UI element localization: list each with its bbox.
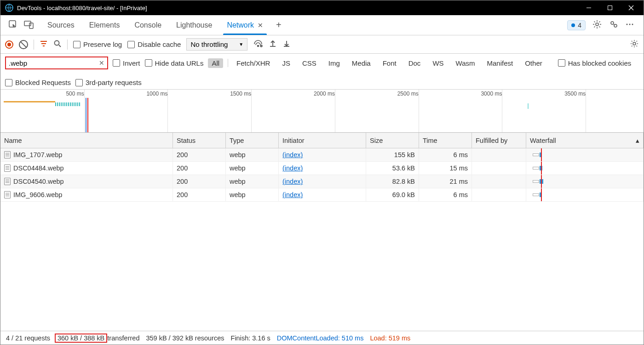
status-bar: 4 / 21 requests 360 kB / 388 kB transfer… <box>0 331 644 345</box>
request-table: IMG_1707.webp 200 webp (index) 155 kB 6 … <box>0 148 644 331</box>
export-icon[interactable] <box>269 40 277 50</box>
col-fulfilled[interactable]: Fulfilled by <box>472 133 526 148</box>
hide-data-urls-checkbox[interactable]: Hide data URLs <box>145 59 204 67</box>
filter-text-field[interactable] <box>9 59 96 67</box>
invert-checkbox[interactable]: Invert <box>113 59 140 67</box>
clear-filter-icon[interactable]: ✕ <box>99 59 104 67</box>
initiator-link[interactable]: (index) <box>282 178 303 185</box>
svg-line-18 <box>59 45 61 47</box>
app-icon <box>5 4 13 12</box>
main-tabbar: Sources Elements Console Lighthouse Netw… <box>0 15 644 35</box>
dom-loaded-time: DOMContentLoaded: 510 ms <box>277 334 364 342</box>
window-titlebar: DevTools - localhost:8080/travel-site/ -… <box>0 0 644 15</box>
add-tab-button[interactable]: + <box>270 15 287 35</box>
search-icon[interactable] <box>53 40 62 50</box>
tab-network[interactable]: Network✕ <box>219 15 270 35</box>
file-icon <box>4 164 11 172</box>
type-media[interactable]: Media <box>348 58 374 68</box>
preserve-log-checkbox[interactable]: Preserve log <box>73 40 122 48</box>
svg-point-11 <box>627 23 628 25</box>
file-icon <box>4 151 11 158</box>
initiator-link[interactable]: (index) <box>282 164 303 172</box>
type-fetch-xhr[interactable]: Fetch/XHR <box>233 58 274 68</box>
tab-elements[interactable]: Elements <box>82 15 127 35</box>
filter-bar: ✕ Invert Hide data URLs All Fetch/XHR JS… <box>0 54 644 90</box>
more-icon[interactable] <box>625 20 634 31</box>
record-button[interactable] <box>5 40 13 49</box>
type-other[interactable]: Other <box>521 58 546 68</box>
transferred-size: 360 kB / 388 kB <box>55 334 107 343</box>
col-initiator[interactable]: Initiator <box>279 133 366 148</box>
account-icon[interactable] <box>609 19 619 31</box>
blocked-cookies-checkbox[interactable]: Has blocked cookies <box>558 59 632 67</box>
svg-rect-6 <box>24 21 31 26</box>
tab-sources[interactable]: Sources <box>40 15 82 35</box>
maximize-button[interactable] <box>599 0 621 15</box>
third-party-checkbox[interactable]: 3rd-party requests <box>75 79 142 86</box>
load-time: Load: 519 ms <box>370 334 410 342</box>
file-icon <box>4 191 11 198</box>
type-ws[interactable]: WS <box>429 58 447 68</box>
col-time[interactable]: Time <box>419 133 472 148</box>
svg-point-9 <box>611 22 614 24</box>
type-font[interactable]: Font <box>379 58 400 68</box>
close-tab-icon[interactable]: ✕ <box>258 22 263 29</box>
svg-point-19 <box>258 45 259 46</box>
svg-point-13 <box>632 23 633 25</box>
sort-icon: ▴ <box>636 137 639 144</box>
col-name[interactable]: Name <box>0 133 173 148</box>
filter-input[interactable]: ✕ <box>5 57 108 69</box>
throttling-select[interactable]: No throttling▼ <box>186 38 247 51</box>
type-js[interactable]: JS <box>278 58 294 68</box>
type-wasm[interactable]: Wasm <box>452 58 479 68</box>
table-row[interactable]: DSC04540.webp 200 webp (index) 82.8 kB 2… <box>0 175 644 188</box>
issue-dot-icon <box>571 23 575 27</box>
inspect-icon[interactable] <box>8 19 18 31</box>
close-button[interactable] <box>621 0 642 15</box>
network-conditions-icon[interactable] <box>253 40 263 50</box>
svg-point-8 <box>596 23 598 26</box>
type-doc[interactable]: Doc <box>405 58 425 68</box>
tab-lighthouse[interactable]: Lighthouse <box>169 15 219 35</box>
type-manifest[interactable]: Manifest <box>483 58 517 68</box>
tab-console[interactable]: Console <box>127 15 169 35</box>
minimize-button[interactable] <box>578 0 599 15</box>
type-css[interactable]: CSS <box>299 58 320 68</box>
window-title: DevTools - localhost:8080/travel-site/ -… <box>17 5 578 11</box>
table-row[interactable]: DSC04484.webp 200 webp (index) 53.6 kB 1… <box>0 162 644 175</box>
issues-badge[interactable]: 4 <box>567 20 586 30</box>
col-status[interactable]: Status <box>173 133 226 148</box>
blocked-requests-checkbox[interactable]: Blocked Requests <box>5 79 71 86</box>
svg-point-25 <box>633 42 636 45</box>
timeline-overview[interactable]: 500 ms 1000 ms 1500 ms 2000 ms 2500 ms 3… <box>0 90 644 133</box>
svg-point-12 <box>629 23 631 25</box>
import-icon[interactable] <box>282 40 291 50</box>
disable-cache-checkbox[interactable]: Disable cache <box>127 40 181 48</box>
request-count: 4 / 21 requests <box>6 334 50 342</box>
svg-rect-2 <box>608 6 612 10</box>
col-type[interactable]: Type <box>226 133 279 148</box>
filter-toggle-icon[interactable] <box>40 40 48 50</box>
device-toggle-icon[interactable] <box>23 20 34 31</box>
table-row[interactable]: IMG_9606.webp 200 webp (index) 69.0 kB 6… <box>0 188 644 202</box>
type-all[interactable]: All <box>208 58 223 68</box>
col-size[interactable]: Size <box>366 133 419 148</box>
resources-size: 359 kB / 392 kB resources <box>146 334 224 342</box>
network-toolbar: Preserve log Disable cache No throttling… <box>0 35 644 54</box>
table-row[interactable]: IMG_1707.webp 200 webp (index) 155 kB 6 … <box>0 148 644 162</box>
initiator-link[interactable]: (index) <box>282 151 303 158</box>
initiator-link[interactable]: (index) <box>282 191 303 198</box>
col-waterfall[interactable]: Waterfall▴ <box>526 133 644 148</box>
table-header: Name Status Type Initiator Size Time Ful… <box>0 133 644 148</box>
svg-point-17 <box>55 40 59 45</box>
type-img[interactable]: Img <box>325 58 344 68</box>
settings-gear-icon[interactable] <box>592 19 602 31</box>
finish-time: Finish: 3.16 s <box>231 334 270 342</box>
clear-button[interactable] <box>19 40 28 49</box>
panel-settings-icon[interactable] <box>630 39 639 50</box>
file-icon <box>4 178 11 185</box>
